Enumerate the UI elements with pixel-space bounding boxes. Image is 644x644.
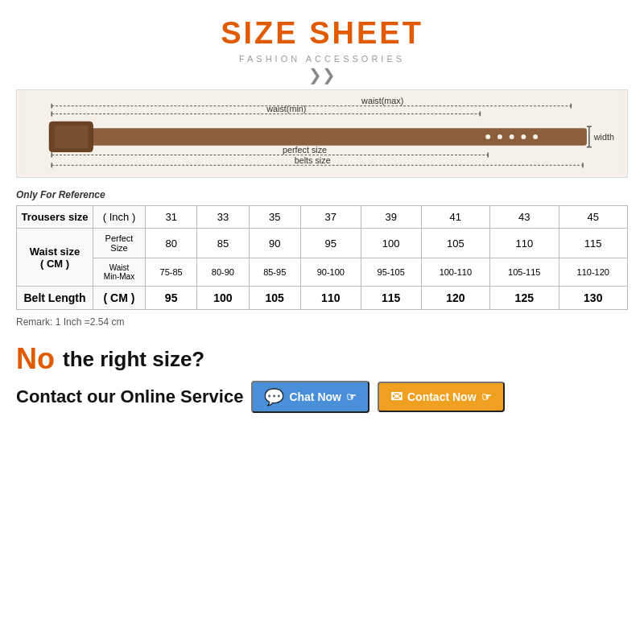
cell-belt-33: 100: [197, 287, 249, 310]
no-size-section: No the right size? Contact our Online Se…: [16, 342, 628, 413]
waist-size-label: Waist size( CM ): [17, 229, 93, 287]
svg-point-8: [533, 134, 538, 139]
cell-belt-41: 120: [421, 287, 489, 310]
table-header-inch: ( Inch ): [93, 206, 146, 229]
page: SIZE SHEET FASHION ACCESSORIES ❯❯ width: [0, 0, 644, 644]
cell-belt-37: 110: [300, 287, 361, 310]
chat-btn-label: Chat Now: [289, 390, 341, 403]
page-subtitle: FASHION ACCESSORIES: [239, 54, 405, 64]
size-table: Trousers size ( Inch ) 31 33 35 37 39 41…: [16, 205, 628, 310]
cell-minmax-43: 105-115: [490, 258, 559, 287]
mail-icon: ✉: [390, 388, 402, 406]
cell-minmax-35: 85-95: [249, 258, 300, 287]
cell-minmax-45: 110-120: [559, 258, 628, 287]
cell-minmax-39: 95-105: [361, 258, 421, 287]
svg-point-7: [521, 134, 526, 139]
chevron-decoration: ❯❯: [308, 67, 336, 83]
svg-text:waist(min): waist(min): [266, 104, 306, 114]
cell-minmax-31: 75-85: [146, 258, 197, 287]
table-header-43: 43: [490, 206, 559, 229]
cell-belt-35: 105: [249, 287, 300, 310]
cell-perfect-39: 100: [361, 229, 421, 258]
table-header-45: 45: [559, 206, 628, 229]
cell-minmax-41: 100-110: [421, 258, 489, 287]
cell-belt-45: 130: [559, 287, 628, 310]
no-size-question: the right size?: [63, 347, 204, 372]
contact-label: Contact our Online Service: [16, 386, 243, 407]
perfect-size-label: PerfectSize: [93, 229, 146, 258]
cell-perfect-37: 95: [300, 229, 361, 258]
table-header-31: 31: [146, 206, 197, 229]
cell-perfect-31: 80: [146, 229, 197, 258]
cell-perfect-33: 85: [197, 229, 249, 258]
no-text: No: [16, 342, 55, 376]
svg-text:waist(max): waist(max): [361, 96, 403, 105]
cell-perfect-43: 110: [490, 229, 559, 258]
cell-perfect-45: 115: [559, 229, 628, 258]
hand-icon: ☞: [346, 390, 357, 403]
cell-perfect-35: 90: [249, 229, 300, 258]
table-header-trousers: Trousers size: [17, 206, 93, 229]
reference-note: Only For Reference: [16, 189, 628, 200]
cell-belt-39: 115: [361, 287, 421, 310]
table-header-35: 35: [249, 206, 300, 229]
belt-length-label: Belt Length: [17, 287, 93, 310]
cell-minmax-33: 80-90: [197, 258, 249, 287]
svg-point-5: [497, 134, 502, 139]
cell-minmax-37: 90-100: [300, 258, 361, 287]
remark-text: Remark: 1 Inch =2.54 cm: [16, 316, 628, 328]
chat-face-icon: 💬: [264, 387, 284, 407]
contact-now-button[interactable]: ✉ Contact Now ☞: [378, 382, 505, 412]
contact-btn-label: Contact Now: [407, 390, 477, 403]
cell-belt-31: 95: [146, 287, 197, 310]
svg-text:perfect size: perfect size: [283, 145, 327, 155]
svg-text:belts size: belts size: [295, 155, 331, 165]
cell-perfect-41: 105: [421, 229, 489, 258]
table-header-39: 39: [361, 206, 421, 229]
svg-rect-3: [55, 126, 88, 147]
chat-now-button[interactable]: 💬 Chat Now ☞: [251, 381, 369, 413]
contact-line: Contact our Online Service 💬 Chat Now ☞ …: [16, 381, 628, 413]
svg-point-6: [510, 134, 514, 139]
hand2-icon: ☞: [481, 390, 492, 403]
table-header-41: 41: [421, 206, 489, 229]
svg-text:width: width: [593, 132, 614, 142]
table-header-33: 33: [197, 206, 249, 229]
cell-belt-43: 125: [490, 287, 559, 310]
svg-rect-1: [49, 128, 587, 146]
page-title: SIZE SHEET: [221, 16, 423, 51]
table-header-37: 37: [300, 206, 361, 229]
svg-point-4: [485, 134, 490, 139]
waist-min-max-label: WaistMin-Max: [93, 258, 146, 287]
belt-diagram: width waist(max) waist(min) perfect size…: [16, 89, 628, 178]
no-size-line: No the right size?: [16, 342, 628, 376]
belt-length-unit: ( CM ): [93, 287, 146, 310]
